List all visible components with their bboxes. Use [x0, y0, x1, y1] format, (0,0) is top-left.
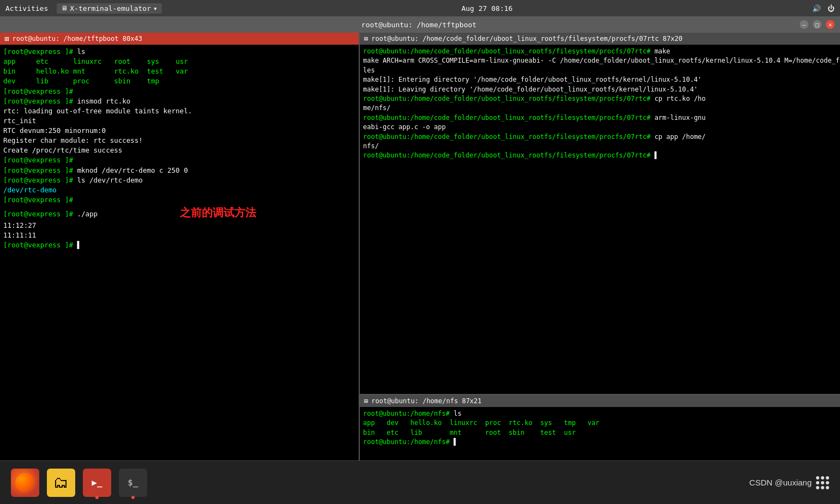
terminal-window: root@ubuntu: /home/tftpboot — □ ✕ ⊞ root… [0, 16, 840, 460]
right-panes: ⊞ root@ubuntu: /home/code_folder/uboot_l… [360, 33, 840, 460]
terminal-red-icon: ▶_ [92, 477, 102, 488]
taskbar: 🗂 ▶_ $_ CSDN @uuxiang [0, 460, 840, 504]
taskbar-files[interactable]: 🗂 [47, 469, 75, 497]
right-bottom-title: root@ubuntu: /home/nfs 87x21 [371, 397, 481, 405]
left-terminal[interactable]: [root@vexpress ]# ls app etc linuxrc roo… [0, 45, 359, 460]
grid-icon[interactable] [816, 476, 829, 489]
left-pane-title: root@ubuntu: /home/tftpboot 80x43 [12, 35, 142, 42]
power-icon[interactable]: ⏻ [827, 4, 835, 13]
maximize-button[interactable]: □ [813, 20, 821, 29]
terminal-menu-arrow: ▾ [153, 4, 158, 13]
right-top-title: root@ubuntu: /home/code_folder/uboot_lin… [371, 35, 682, 42]
minimize-button[interactable]: — [800, 20, 808, 29]
csdn-label: CSDN @uuxiang [750, 478, 812, 487]
taskbar-firefox[interactable] [11, 469, 39, 497]
terminal-menu-label: X-terminal-emulator [70, 4, 151, 13]
system-bar-right: 🔊 ⏻ [812, 4, 835, 13]
terminal-window-title: root@ubuntu: /home/tftpboot [361, 21, 476, 29]
volume-icon[interactable]: 🔊 [812, 4, 821, 13]
terminal-red-dot [95, 496, 99, 499]
taskbar-right: CSDN @uuxiang [750, 476, 829, 489]
system-bar-center: Aug 27 08:16 [461, 4, 512, 13]
taskbar-terminal-dark[interactable]: $_ [119, 469, 147, 497]
right-bottom-split-icon: ⊞ [364, 397, 368, 405]
terminal-title-bar: root@ubuntu: /home/tftpboot — □ ✕ [0, 16, 840, 33]
files-icon: 🗂 [53, 473, 69, 491]
terminal-icon: 🖥 [61, 4, 68, 12]
right-top-pane: ⊞ root@ubuntu: /home/code_folder/uboot_l… [360, 33, 840, 395]
activities-label[interactable]: Activities [5, 4, 48, 13]
right-top-split-icon: ⊞ [364, 35, 368, 42]
panes-container: ⊞ root@ubuntu: /home/tftpboot 80x43 [roo… [0, 33, 840, 460]
system-bar-left: Activities 🖥 X-terminal-emulator ▾ [5, 3, 162, 14]
system-bar: Activities 🖥 X-terminal-emulator ▾ Aug 2… [0, 0, 840, 16]
right-top-header: ⊞ root@ubuntu: /home/code_folder/uboot_l… [360, 33, 840, 45]
right-bottom-terminal[interactable]: root@ubuntu:/home/nfs# ls app dev hello.… [360, 407, 840, 460]
taskbar-terminal-red[interactable]: ▶_ [83, 469, 111, 497]
close-button[interactable]: ✕ [826, 20, 835, 29]
right-bottom-pane: ⊞ root@ubuntu: /home/nfs 87x21 root@ubun… [360, 395, 840, 460]
left-pane: ⊞ root@ubuntu: /home/tftpboot 80x43 [roo… [0, 33, 360, 460]
firefox-icon [15, 473, 35, 493]
datetime-label: Aug 27 08:16 [461, 4, 512, 13]
title-bar-controls: — □ ✕ [800, 20, 835, 29]
left-pane-header: ⊞ root@ubuntu: /home/tftpboot 80x43 [0, 33, 359, 45]
terminal-menu[interactable]: 🖥 X-terminal-emulator ▾ [57, 3, 162, 14]
terminal-dark-dot [131, 496, 135, 499]
terminal-dark-icon: $_ [128, 477, 138, 488]
right-top-terminal[interactable]: root@ubuntu:/home/code_folder/uboot_linu… [360, 45, 840, 394]
left-pane-split-icon: ⊞ [4, 34, 9, 43]
right-bottom-header: ⊞ root@ubuntu: /home/nfs 87x21 [360, 395, 840, 407]
